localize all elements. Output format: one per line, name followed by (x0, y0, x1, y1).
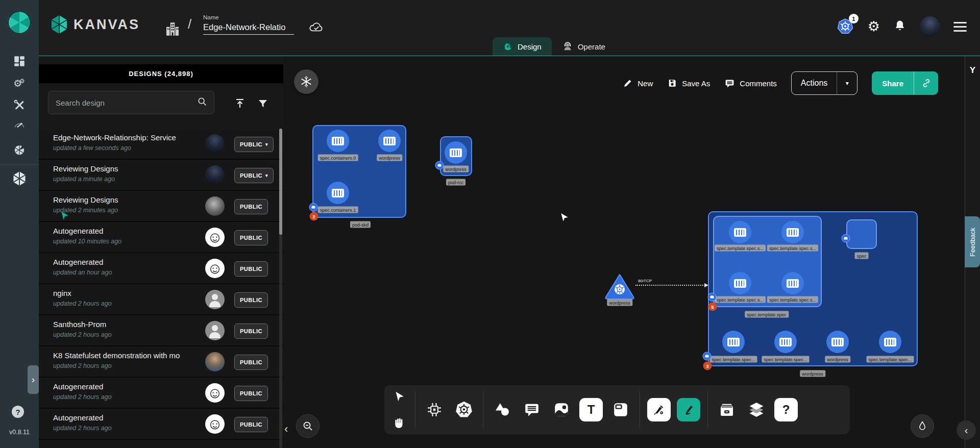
container-node[interactable] (729, 221, 751, 243)
container-node[interactable] (826, 331, 849, 353)
copy-link-button[interactable] (914, 71, 938, 95)
search-input[interactable] (48, 98, 197, 107)
kubernetes-context-switcher[interactable]: 1 (836, 18, 854, 35)
comment-tool[interactable] (517, 395, 547, 425)
kanvas-logo[interactable]: KANVAS (50, 14, 140, 35)
design-list-item[interactable]: Autogenerated updated an hour ago ☺ PUBL… (39, 253, 283, 284)
design-list-item[interactable]: Reviewing Designs updated a minute ago P… (39, 160, 283, 191)
meshery-logo[interactable] (8, 11, 31, 34)
actions-split-button[interactable]: Actions ▾ (791, 71, 857, 95)
organization-icon[interactable] (164, 20, 181, 40)
visibility-badge[interactable]: PUBLIC (234, 323, 268, 339)
visibility-badge[interactable]: PUBLIC (234, 355, 268, 370)
new-button[interactable]: New (623, 78, 653, 88)
visibility-badge[interactable]: PUBLIC (234, 417, 268, 432)
help-tool[interactable]: ? (771, 395, 801, 425)
design-list-item[interactable]: Reviewing Designs updated 2 minutes ago … (39, 191, 283, 222)
sidebar-item-lifecycle[interactable]: ⚙⚙ (12, 76, 27, 91)
save-as-button[interactable]: Save As (667, 78, 710, 88)
help-button[interactable]: ? (12, 406, 24, 418)
container-node[interactable] (722, 331, 745, 353)
visibility-badge[interactable]: PUBLIC (234, 292, 268, 308)
text-tool[interactable]: T (576, 395, 606, 425)
image-tool[interactable] (547, 395, 576, 425)
design-list-item[interactable] (39, 440, 283, 448)
design-list-item[interactable]: Autogenerated updated 2 hours ago ☺ PUBL… (39, 409, 283, 440)
container-node[interactable] (729, 272, 751, 294)
container-node[interactable] (781, 272, 804, 294)
feedback-tab[interactable]: Feedback (965, 216, 980, 267)
sidebar-item-kanvas[interactable] (12, 171, 27, 186)
issue-count-badge[interactable]: 5 (708, 303, 717, 311)
select-cursor-tool[interactable] (393, 390, 406, 404)
design-list-item[interactable]: Santhosh-Prom updated 2 hours ago PUBLIC (39, 315, 283, 346)
service-node[interactable] (604, 272, 635, 300)
kubernetes-badge[interactable] (708, 293, 717, 302)
design-list-item[interactable]: K8 Statefulset demonstration with mo upd… (39, 346, 283, 378)
collapse-panel-chevron[interactable]: ‹ (284, 422, 288, 436)
pen-tool[interactable] (644, 395, 674, 425)
share-label[interactable]: Share (872, 79, 914, 88)
layers-tool[interactable] (742, 395, 771, 425)
tab-design[interactable]: Design (493, 37, 552, 56)
design-list-item[interactable]: Edge-Network-Relationship: Service updat… (39, 129, 283, 160)
snowflake-button[interactable] (294, 69, 318, 94)
visibility-badge[interactable]: PUBLIC (234, 386, 268, 401)
visibility-badge[interactable]: PUBLIC▾ (234, 137, 274, 152)
container-node[interactable] (879, 331, 901, 353)
issue-count-badge[interactable]: 2 (310, 212, 318, 221)
components-chip-tool[interactable] (420, 395, 449, 425)
issue-count-badge[interactable]: 3 (703, 362, 712, 370)
design-name-value[interactable]: Edge-Network-Relatio (203, 22, 294, 35)
doodle-tool-active[interactable] (674, 395, 703, 425)
sidebar-item-extensions[interactable] (12, 142, 27, 157)
publish-upload-icon[interactable] (232, 96, 248, 111)
design-canvas[interactable]: New Save As Comments Actions (283, 56, 965, 448)
design-search[interactable] (48, 91, 214, 114)
design-name-field[interactable]: Name Edge-Network-Relatio (203, 14, 294, 35)
panel-scrollbar-thumb[interactable] (279, 129, 282, 235)
container-node[interactable] (774, 331, 797, 353)
visibility-badge[interactable]: PUBLIC (234, 230, 268, 245)
kubernetes-badge[interactable] (309, 203, 318, 212)
kubernetes-badge[interactable] (435, 161, 444, 170)
validation-flask-icon[interactable]: Y (965, 65, 980, 76)
frame-tool[interactable] (606, 395, 635, 425)
zoom-out-button[interactable] (296, 414, 320, 438)
shapes-tool[interactable] (487, 395, 517, 425)
container-node[interactable] (445, 141, 467, 164)
validate-drop-button[interactable] (911, 414, 934, 438)
design-list-item[interactable]: Autogenerated updated 10 minutes ago ☺ P… (39, 222, 283, 253)
design-list-item[interactable]: nginx updated 2 hours ago PUBLIC (39, 284, 283, 315)
sidebar-expand-button[interactable]: › (28, 365, 39, 394)
visibility-badge[interactable]: PUBLIC (234, 261, 268, 277)
kubernetes-badge[interactable] (842, 234, 850, 243)
sidebar-item-dashboard[interactable] (12, 54, 27, 69)
visibility-badge[interactable]: PUBLIC▾ (234, 168, 274, 183)
menu-hamburger-icon[interactable] (953, 22, 967, 32)
actions-label[interactable]: Actions (792, 79, 837, 88)
kubernetes-badge[interactable] (703, 352, 712, 361)
tab-operate[interactable]: Operate (552, 37, 616, 56)
user-avatar[interactable] (920, 16, 940, 37)
kubernetes-tool[interactable] (449, 395, 479, 425)
comments-button[interactable]: Comments (724, 78, 777, 89)
actions-caret[interactable]: ▾ (837, 72, 857, 94)
container-node[interactable] (327, 130, 349, 152)
drawer-tool[interactable] (712, 395, 742, 425)
share-split-button[interactable]: Share (872, 71, 938, 95)
settings-gear-icon[interactable]: ⚙ (868, 20, 880, 34)
sidebar-item-configuration[interactable] (12, 97, 27, 113)
node-spec[interactable] (846, 219, 877, 249)
notifications-bell-icon[interactable] (893, 18, 906, 35)
container-node[interactable] (781, 221, 804, 243)
container-node[interactable] (378, 130, 401, 152)
pan-hand-tool[interactable] (393, 416, 406, 429)
sidebar-item-performance[interactable] (12, 117, 27, 133)
visibility-badge[interactable]: PUBLIC (234, 199, 268, 214)
filter-icon[interactable] (255, 96, 271, 111)
collapse-right-chevron[interactable]: ‹ (957, 420, 976, 440)
design-list-item[interactable]: Autogenerated updated 2 hours ago ☺ PUBL… (39, 378, 283, 409)
container-node[interactable] (327, 182, 349, 204)
network-edge[interactable] (635, 285, 707, 286)
